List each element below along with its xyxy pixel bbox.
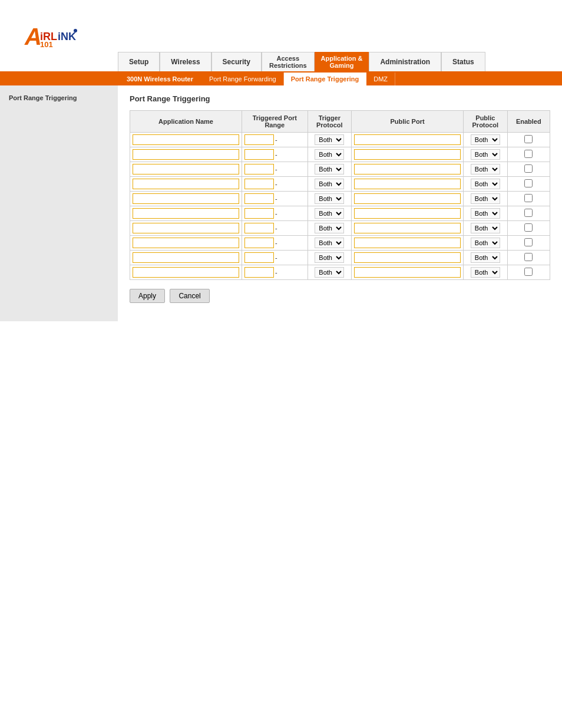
trigger-protocol-select[interactable]: BothTCPUDP	[315, 238, 344, 248]
public-port-input[interactable]	[354, 208, 461, 219]
col-header-app-name: Application Name	[130, 111, 242, 133]
sidebar: Port Range Triggering	[0, 85, 118, 321]
enabled-checkbox[interactable]	[524, 135, 533, 143]
public-port-input[interactable]	[354, 223, 461, 233]
trigger-protocol-select[interactable]: BothTCPUDP	[315, 149, 344, 160]
button-row: Apply Cancel	[130, 289, 550, 303]
triggered-port-start[interactable]	[244, 134, 274, 145]
public-port-input[interactable]	[354, 238, 461, 248]
nav-security[interactable]: Security	[211, 52, 262, 71]
triggered-port-start[interactable]	[244, 252, 274, 263]
main-content: Port Range Triggering Port Range Trigger…	[0, 85, 562, 321]
col-header-triggered-port: Triggered PortRange	[242, 111, 308, 133]
public-port-input[interactable]	[354, 193, 461, 204]
public-protocol-select[interactable]: BothTCPUDP	[471, 223, 500, 233]
col-header-public-port: Public Port	[352, 111, 464, 133]
nav-setup[interactable]: Setup	[118, 52, 160, 71]
app-name-input[interactable]	[133, 223, 239, 233]
sidebar-title: Port Range Triggering	[6, 91, 112, 104]
trigger-protocol-select[interactable]: BothTCPUDP	[315, 164, 344, 174]
triggered-port-start[interactable]	[244, 267, 274, 278]
table-row: -BothTCPUDPBothTCPUDP	[130, 206, 550, 221]
enabled-checkbox[interactable]	[524, 238, 533, 246]
trigger-protocol-select[interactable]: BothTCPUDP	[315, 223, 344, 233]
enabled-checkbox[interactable]	[524, 253, 533, 261]
trigger-protocol-select[interactable]: BothTCPUDP	[315, 134, 344, 145]
app-name-input[interactable]	[133, 267, 239, 278]
public-protocol-select[interactable]: BothTCPUDP	[471, 193, 500, 204]
public-protocol-select[interactable]: BothTCPUDP	[471, 149, 500, 160]
public-protocol-select[interactable]: BothTCPUDP	[471, 179, 500, 189]
subnav-port-range-forwarding[interactable]: Port Range Forwarding	[202, 73, 284, 85]
nav-status[interactable]: Status	[441, 52, 485, 71]
public-protocol-select[interactable]: BothTCPUDP	[471, 252, 500, 263]
table-row: -BothTCPUDPBothTCPUDP	[130, 162, 550, 177]
svg-text:iNK: iNK	[58, 31, 76, 42]
enabled-checkbox[interactable]	[524, 179, 533, 187]
triggered-port-start[interactable]	[244, 179, 274, 189]
triggered-port-start[interactable]	[244, 238, 274, 248]
triggered-port-start[interactable]	[244, 149, 274, 160]
trigger-protocol-select[interactable]: BothTCPUDP	[315, 179, 344, 189]
subnav-port-range-triggering[interactable]: Port Range Triggering	[284, 73, 367, 85]
svg-point-3	[74, 29, 77, 32]
public-port-input[interactable]	[354, 164, 461, 174]
triggered-port-start[interactable]	[244, 208, 274, 219]
table-row: -BothTCPUDPBothTCPUDP	[130, 192, 550, 206]
public-port-input[interactable]	[354, 149, 461, 160]
public-protocol-select[interactable]: BothTCPUDP	[471, 134, 500, 145]
col-header-enabled: Enabled	[507, 111, 550, 133]
table-row: -BothTCPUDPBothTCPUDP	[130, 147, 550, 162]
col-header-public-protocol: PublicProtocol	[464, 111, 508, 133]
enabled-checkbox[interactable]	[524, 268, 533, 276]
cancel-button[interactable]: Cancel	[170, 289, 209, 303]
nav-administration[interactable]: Administration	[369, 52, 441, 71]
table-row: -BothTCPUDPBothTCPUDP	[130, 177, 550, 192]
svg-text:A: A	[24, 24, 42, 49]
enabled-checkbox[interactable]	[524, 223, 533, 232]
subnav-dmz[interactable]: DMZ	[366, 73, 395, 85]
public-protocol-select[interactable]: BothTCPUDP	[471, 164, 500, 174]
public-port-input[interactable]	[354, 134, 461, 145]
app-name-input[interactable]	[133, 252, 239, 263]
public-protocol-select[interactable]: BothTCPUDP	[471, 208, 500, 219]
app-name-input[interactable]	[133, 134, 239, 145]
public-port-input[interactable]	[354, 252, 461, 263]
app-name-input[interactable]	[133, 179, 239, 189]
router-label: 300N Wireless Router	[118, 73, 202, 85]
enabled-checkbox[interactable]	[524, 150, 533, 158]
triggered-port-start[interactable]	[244, 223, 274, 233]
table-row: -BothTCPUDPBothTCPUDP	[130, 133, 550, 147]
logo-image: A iRL iNK 101	[24, 22, 100, 49]
app-name-input[interactable]	[133, 193, 239, 204]
nav-wireless[interactable]: Wireless	[160, 52, 211, 71]
app-name-input[interactable]	[133, 208, 239, 219]
nav-application-gaming[interactable]: Application &Gaming	[315, 52, 369, 71]
sub-nav-bar: 300N Wireless Router Port Range Forwardi…	[0, 73, 562, 85]
enabled-checkbox[interactable]	[524, 194, 533, 202]
table-row: -BothTCPUDPBothTCPUDP	[130, 251, 550, 265]
public-protocol-select[interactable]: BothTCPUDP	[471, 238, 500, 248]
triggered-port-start[interactable]	[244, 193, 274, 204]
public-port-input[interactable]	[354, 267, 461, 278]
public-protocol-select[interactable]: BothTCPUDP	[471, 267, 500, 278]
enabled-checkbox[interactable]	[524, 209, 533, 217]
table-row: -BothTCPUDPBothTCPUDP	[130, 221, 550, 236]
table-row: -BothTCPUDPBothTCPUDP	[130, 265, 550, 280]
nav-access-restrictions[interactable]: AccessRestrictions	[262, 52, 315, 71]
col-header-trigger-protocol: TriggerProtocol	[308, 111, 352, 133]
public-port-input[interactable]	[354, 179, 461, 189]
svg-text:101: 101	[40, 40, 53, 49]
triggered-port-start[interactable]	[244, 164, 274, 174]
trigger-protocol-select[interactable]: BothTCPUDP	[315, 267, 344, 278]
app-name-input[interactable]	[133, 164, 239, 174]
trigger-protocol-select[interactable]: BothTCPUDP	[315, 252, 344, 263]
app-name-input[interactable]	[133, 149, 239, 160]
nav-bar: Setup Wireless Security AccessRestrictio…	[0, 52, 562, 73]
enabled-checkbox[interactable]	[524, 164, 533, 173]
apply-button[interactable]: Apply	[130, 289, 165, 303]
app-name-input[interactable]	[133, 238, 239, 248]
table-row: -BothTCPUDPBothTCPUDP	[130, 236, 550, 251]
trigger-protocol-select[interactable]: BothTCPUDP	[315, 193, 344, 204]
trigger-protocol-select[interactable]: BothTCPUDP	[315, 208, 344, 219]
